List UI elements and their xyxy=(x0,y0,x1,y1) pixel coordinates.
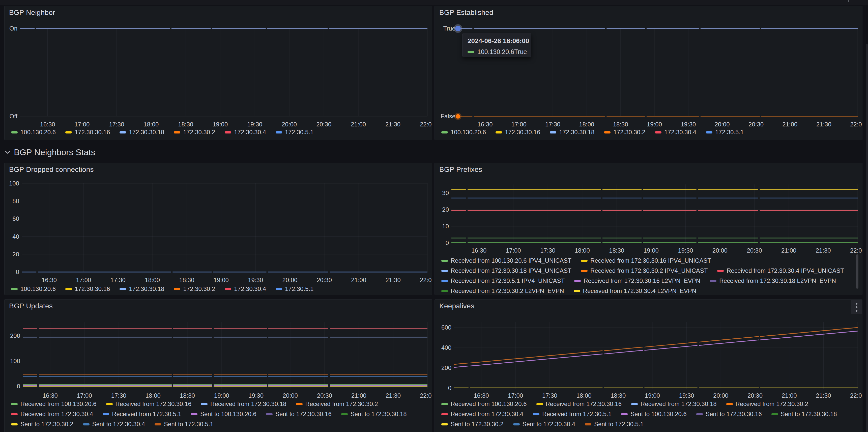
panel-bgp-established: BGP Established TrueFalse16:3017:0017:30… xyxy=(434,6,863,140)
legend-item[interactable]: 172.30.30.2 xyxy=(174,286,215,292)
chart-svg[interactable] xyxy=(458,6,858,140)
legend-item[interactable]: Received from 172.30.30.4 IPV4_UNICAST xyxy=(717,268,844,274)
legend-item[interactable]: 172.30.30.18 xyxy=(550,129,594,135)
legend-item[interactable]: 172.30.30.2 xyxy=(604,129,645,135)
legend-item[interactable]: Sent to 100.130.20.6 xyxy=(621,411,687,417)
legend-item[interactable]: Sent to 172.30.30.18 xyxy=(341,411,407,417)
legend-item[interactable]: 172.30.30.16 xyxy=(65,286,110,292)
x-tick-label: 20:00 xyxy=(282,121,297,128)
legend-label: Sent to 172.30.5.1 xyxy=(164,421,213,427)
legend-marker xyxy=(11,131,18,134)
legend-item[interactable]: 172.30.5.1 xyxy=(276,129,313,135)
legend-label: Received from 172.30.30.18 xyxy=(210,401,286,407)
x-tick-label: 21:00 xyxy=(782,121,797,128)
legend-item[interactable]: Received from 172.30.30.2 IPV4_UNICAST xyxy=(581,268,708,274)
legend-scrollbar-thumb[interactable] xyxy=(856,254,859,289)
legend-marker xyxy=(621,413,628,415)
legend-item[interactable]: Sent to 172.30.30.2 xyxy=(11,421,73,427)
legend-label: 172.30.5.1 xyxy=(285,286,313,292)
x-tick-label: 21:00 xyxy=(782,392,797,399)
chart-svg[interactable] xyxy=(22,163,428,295)
x-tick-label: 18:30 xyxy=(180,392,195,399)
tooltip-series-value: True xyxy=(514,48,527,56)
legend-item[interactable]: 100.130.20.6 xyxy=(11,286,56,292)
legend-item[interactable]: 172.30.30.4 xyxy=(225,129,266,135)
legend-item[interactable]: Sent to 172.30.30.16 xyxy=(266,411,332,417)
legend-item[interactable]: 172.30.5.1 xyxy=(706,129,744,135)
legend-marker xyxy=(717,270,724,272)
legend-item[interactable]: Sent to 172.30.30.16 xyxy=(696,411,762,417)
legend-item[interactable]: Received from 100.130.20.6 IPV4_UNICAST xyxy=(441,258,571,264)
panel-title[interactable]: Keepalives xyxy=(439,302,474,310)
y-tick-label: 40 xyxy=(4,233,19,240)
legend-item[interactable]: Sent to 172.30.30.4 xyxy=(513,421,576,427)
x-tick-label: 22:00 xyxy=(420,121,432,128)
chart-area[interactable]: 02040608010016:3017:0017:3018:0018:3019:… xyxy=(4,163,432,295)
panel-title[interactable]: BGP Updates xyxy=(9,302,53,310)
legend-item[interactable]: Received from 172.30.30.16 IPV4_UNICAST xyxy=(581,258,711,264)
legend-item[interactable]: Received from 172.30.30.18 L2VPN_EVPN xyxy=(710,278,836,284)
row-header-bgp-neighbors-stats[interactable]: BGP Neighbors Stats xyxy=(4,146,95,159)
legend-item[interactable]: 172.30.30.16 xyxy=(496,129,540,135)
legend-item[interactable]: Received from 172.30.30.4 xyxy=(441,411,523,417)
panel-title[interactable]: BGP Neighbor xyxy=(9,8,55,17)
panel-title[interactable]: BGP Prefixes xyxy=(439,166,482,174)
legend-item[interactable]: 100.130.20.6 xyxy=(11,129,56,135)
legend-item[interactable]: Sent to 172.30.5.1 xyxy=(585,421,644,427)
legend-item[interactable]: Sent to 100.130.20.6 xyxy=(191,411,256,417)
legend-marker xyxy=(726,403,733,405)
legend-item[interactable]: Received from 172.30.30.4 xyxy=(11,411,93,417)
legend-item[interactable]: Received from 172.30.5.1 IPV4_UNICAST xyxy=(441,278,565,284)
legend-item[interactable]: Received from 172.30.30.18 IPV4_UNICAST xyxy=(441,268,571,274)
legend-marker xyxy=(225,131,231,134)
legend-item[interactable]: Received from 172.30.30.16 xyxy=(106,401,192,407)
x-tick-label: 21:30 xyxy=(816,121,831,128)
legend-item[interactable]: Received from 172.30.30.16 L2VPN_EVPN xyxy=(574,278,700,284)
panel-title[interactable]: BGP Established xyxy=(439,8,493,17)
legend-marker xyxy=(106,403,113,405)
legend-marker xyxy=(604,131,611,134)
chart-area[interactable]: TrueFalse16:3017:0017:3018:0018:3019:001… xyxy=(435,6,862,140)
legend-item[interactable]: 172.30.30.2 xyxy=(174,129,215,135)
legend-item[interactable]: Sent to 172.30.30.2 xyxy=(441,421,504,427)
chart-area[interactable]: 020040060016:3017:0017:3018:0018:3019:00… xyxy=(435,299,862,432)
legend-item[interactable]: 172.30.30.4 xyxy=(655,129,696,135)
legend-item[interactable]: Sent to 172.30.30.4 xyxy=(83,421,145,427)
legend-item[interactable]: Received from 100.130.20.6 xyxy=(11,401,97,407)
page-scrollbar-thumb[interactable] xyxy=(866,44,868,432)
legend-label: Sent to 172.30.30.2 xyxy=(451,421,504,427)
x-tick-label: 17:00 xyxy=(77,392,92,399)
legend-item[interactable]: 100.130.20.6 xyxy=(441,129,486,135)
scrollbar-top-tick[interactable] xyxy=(848,0,849,2)
crosshair-line xyxy=(458,32,458,114)
legend-label: Sent to 172.30.30.16 xyxy=(275,411,332,417)
legend-item[interactable]: Received from 172.30.30.16 xyxy=(536,401,622,407)
legend-item[interactable]: Received from 172.30.30.18 xyxy=(631,401,717,407)
panel-menu-button[interactable] xyxy=(851,300,862,314)
x-tick-label: 21:30 xyxy=(816,247,831,254)
chart-area[interactable]: 010203016:3017:0017:3018:0018:3019:0019:… xyxy=(435,163,862,295)
panel-title[interactable]: BGP Dropped connections xyxy=(9,166,94,174)
chart-area[interactable]: OnOff16:3017:0017:3018:0018:3019:0019:30… xyxy=(4,6,432,140)
legend-item[interactable]: Sent to 172.30.30.18 xyxy=(771,411,837,417)
legend-item[interactable]: Received from 172.30.30.2 L2VPN_EVPN xyxy=(441,288,564,294)
legend-item[interactable]: 172.30.30.16 xyxy=(65,129,110,135)
chart-svg[interactable] xyxy=(20,6,428,140)
legend-item[interactable]: Sent to 172.30.5.1 xyxy=(155,421,213,427)
legend-item[interactable]: 172.30.30.4 xyxy=(225,286,266,292)
legend-item[interactable]: Received from 172.30.30.18 xyxy=(201,401,286,407)
legend-item[interactable]: 172.30.30.18 xyxy=(120,286,164,292)
legend-item[interactable]: 172.30.30.18 xyxy=(120,129,164,135)
legend-item[interactable]: Received from 172.30.5.1 xyxy=(103,411,181,417)
legend-marker xyxy=(11,288,18,290)
legend-item[interactable]: Received from 100.130.20.6 xyxy=(441,401,527,407)
legend-marker xyxy=(441,280,448,282)
legend-item[interactable]: Received from 172.30.30.4 L2VPN_EVPN xyxy=(574,288,696,294)
legend-item[interactable]: 172.30.5.1 xyxy=(276,286,313,292)
chart-area[interactable]: 010020016:3017:0017:3018:0018:3019:0019:… xyxy=(4,299,432,432)
legend-item[interactable]: Received from 172.30.30.2 xyxy=(296,401,378,407)
x-tick-label: 16:30 xyxy=(41,277,57,284)
legend-item[interactable]: Received from 172.30.30.2 xyxy=(726,401,808,407)
legend-item[interactable]: Received from 172.30.5.1 xyxy=(533,411,612,417)
legend-label: Received from 172.30.30.2 L2VPN_EVPN xyxy=(451,288,564,294)
